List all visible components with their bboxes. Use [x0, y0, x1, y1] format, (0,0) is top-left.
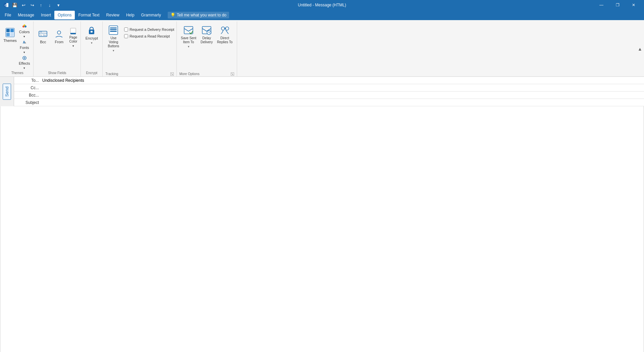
fonts-dropdown[interactable]: ▾ — [23, 51, 25, 54]
tracking-group-content: Use VotingButtons ▾ Request a Delivery R… — [105, 22, 174, 72]
effects-button[interactable]: Effects ▾ — [17, 55, 31, 70]
voting-buttons-button[interactable]: Use VotingButtons ▾ — [105, 23, 122, 54]
show-fields-content: To: Cc: Bcc: Bcc From — [36, 22, 78, 70]
email-fields: To... Cc... Bcc... Subject — [14, 77, 644, 106]
page-color-button[interactable]: PageColor ▾ — [68, 27, 78, 48]
title-bar-controls: — ❐ ✕ — [594, 0, 641, 10]
delivery-receipt-checkbox[interactable]: Request a Delivery Receipt — [124, 27, 174, 32]
more-options-expand-icon[interactable]: ↘ — [231, 72, 234, 76]
svg-point-20 — [57, 31, 61, 34]
bcc-row: Bcc... — [14, 92, 644, 99]
menu-grammarly[interactable]: Grammarly — [138, 11, 164, 19]
app-icon: O — [3, 2, 9, 8]
page-color-label: PageColor — [69, 36, 77, 44]
cc-input[interactable] — [41, 84, 644, 91]
next-icon[interactable]: ↓ — [46, 2, 53, 8]
delay-delivery-button[interactable]: DelayDelivery — [199, 23, 215, 46]
title-bar-left: O 💾 ↩ ↪ ↑ ↓ ▾ — [3, 2, 62, 8]
svg-rect-7 — [10, 33, 14, 36]
bcc-row-label[interactable]: Bcc... — [14, 92, 41, 99]
direct-replies-icon — [219, 25, 230, 36]
tell-me-box[interactable]: 💡 Tell me what you want to do — [168, 12, 229, 18]
more-options-label: More Options ↘ — [179, 72, 235, 76]
tracking-expand-icon[interactable]: ↘ — [170, 72, 174, 76]
save-sent-icon — [183, 25, 194, 36]
menu-message[interactable]: Message — [14, 11, 38, 19]
undo-icon[interactable]: ↩ — [20, 2, 27, 8]
cc-label[interactable]: Cc... — [14, 84, 41, 91]
send-button[interactable]: Send — [3, 83, 11, 100]
direct-replies-button[interactable]: DirectReplies To — [216, 23, 233, 46]
bcc-label: Bcc — [40, 40, 46, 44]
show-fields-group: To: Cc: Bcc: Bcc From — [34, 21, 81, 76]
encrypt-button[interactable]: Encrypt ▾ — [83, 23, 100, 46]
qa-dropdown-icon[interactable]: ▾ — [55, 2, 62, 8]
read-receipt-input[interactable] — [124, 34, 128, 38]
delay-delivery-label: DelayDelivery — [201, 36, 213, 44]
themes-group-content: Themes Colors ▾ A — [3, 22, 31, 70]
subject-row: Subject — [14, 99, 644, 106]
themes-icon — [5, 27, 15, 38]
bcc-input[interactable] — [41, 92, 644, 99]
restore-btn[interactable]: ❐ — [610, 0, 625, 10]
delivery-receipt-label: Request a Delivery Receipt — [129, 27, 174, 32]
more-options-group: Save SentItem To ▾ DelayDelivery — [177, 21, 237, 76]
svg-rect-5 — [10, 29, 14, 32]
save-sent-dropdown[interactable]: ▾ — [188, 45, 190, 48]
encrypt-label: Encrypt — [86, 36, 98, 41]
from-button[interactable]: From — [52, 23, 66, 46]
delivery-receipt-input[interactable] — [124, 27, 128, 32]
ribbon-collapse-btn[interactable]: ▲ — [637, 21, 643, 76]
save-sent-item-button[interactable]: Save SentItem To ▾ — [180, 23, 197, 50]
svg-rect-26 — [110, 29, 117, 30]
bcc-button[interactable]: To: Cc: Bcc: Bcc — [36, 23, 50, 46]
svg-rect-24 — [91, 31, 93, 33]
close-btn[interactable]: ✕ — [626, 0, 641, 10]
page-color-dropdown[interactable]: ▾ — [72, 44, 74, 48]
redo-icon[interactable]: ↪ — [29, 2, 36, 8]
read-receipt-label: Request a Read Receipt — [129, 34, 170, 38]
compose-body[interactable] — [0, 106, 644, 352]
previous-icon[interactable]: ↑ — [38, 2, 44, 8]
effects-dropdown[interactable]: ▾ — [23, 66, 25, 70]
menu-insert[interactable]: Insert — [38, 11, 54, 19]
svg-text:To:: To: — [40, 31, 42, 33]
svg-rect-6 — [6, 33, 10, 36]
encrypt-group: Encrypt ▾ Encrypt — [81, 21, 103, 76]
menu-help[interactable]: Help — [123, 11, 138, 19]
to-row: To... — [14, 77, 644, 84]
ribbon: Themes Colors ▾ A — [0, 20, 644, 77]
menu-format-text[interactable]: Format Text — [75, 11, 103, 19]
subject-input[interactable] — [41, 99, 644, 106]
fonts-button[interactable]: A A Fonts ▾ — [17, 39, 31, 55]
menu-review[interactable]: Review — [103, 11, 123, 19]
subject-label[interactable]: Subject — [14, 99, 41, 106]
read-receipt-checkbox[interactable]: Request a Read Receipt — [124, 34, 174, 38]
to-label[interactable]: To... — [14, 77, 41, 84]
colors-button[interactable]: Colors ▾ — [17, 23, 31, 39]
voting-icon — [108, 25, 119, 36]
menu-file[interactable]: File — [1, 11, 14, 19]
to-input[interactable] — [41, 77, 644, 84]
tell-me-text: Tell me what you want to do — [177, 13, 226, 17]
svg-rect-27 — [110, 31, 117, 32]
lightbulb-icon: 💡 — [170, 13, 175, 17]
minimize-btn[interactable]: — — [594, 0, 609, 10]
menu-options[interactable]: Options — [54, 11, 75, 19]
svg-text:Cc:: Cc: — [40, 34, 43, 36]
svg-rect-22 — [70, 33, 76, 34]
fonts-icon: A A — [22, 40, 27, 45]
voting-dropdown[interactable]: ▾ — [113, 49, 114, 52]
bcc-icon: To: Cc: Bcc: — [38, 28, 48, 39]
svg-text:Bcc:: Bcc: — [43, 34, 47, 36]
svg-point-14 — [24, 57, 25, 59]
themes-button[interactable]: Themes — [3, 22, 17, 44]
save-quick-icon[interactable]: 💾 — [11, 2, 18, 8]
colors-dropdown[interactable]: ▾ — [23, 35, 25, 38]
voting-label: Use VotingButtons — [105, 36, 121, 48]
svg-point-10 — [24, 25, 26, 27]
svg-text:A: A — [24, 42, 26, 44]
colors-label: Colors — [19, 30, 30, 34]
encrypt-dropdown-arrow[interactable]: ▾ — [91, 41, 93, 45]
encrypt-group-label: Encrypt — [83, 70, 100, 76]
